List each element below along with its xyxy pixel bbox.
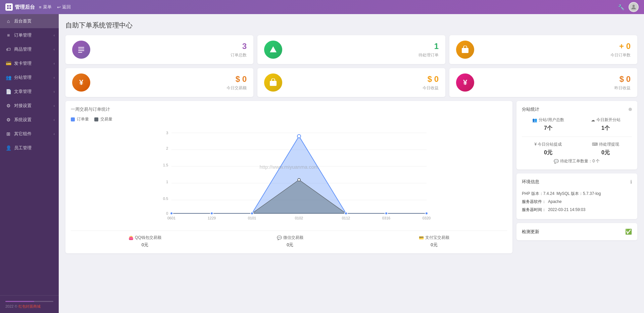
svg-text:0102: 0102 bbox=[295, 216, 303, 220]
sidebar-item-components[interactable]: ⊞ 其它组件 ‹ bbox=[0, 127, 59, 141]
orders-total-label: 订单总数 bbox=[96, 52, 247, 58]
pending-icon bbox=[264, 41, 282, 59]
sidebar-item-branch[interactable]: 👥 分站管理 ‹ bbox=[0, 70, 59, 85]
footer-link[interactable]: 红包封面商城 bbox=[18, 304, 41, 308]
env-server-row: 服务器软件： Apache bbox=[522, 198, 632, 206]
pending-value: 1 bbox=[288, 42, 439, 51]
sidebar-item-staff[interactable]: 👤 员工管理 bbox=[0, 141, 59, 155]
php-version: PHP 版本：7.4.24 bbox=[522, 190, 554, 198]
svg-text:2: 2 bbox=[166, 146, 168, 150]
logo-text: 管理后台 bbox=[15, 4, 35, 10]
back-button[interactable]: ↩ 返回 bbox=[57, 4, 71, 10]
yesterday-income-label: 昨日收益 bbox=[480, 85, 631, 91]
sidebar-item-integration[interactable]: ⚙ 对接设置 ‹ bbox=[0, 99, 59, 113]
new-branch-today: ☁ 今日新开分站 1个 bbox=[579, 117, 632, 132]
orders-total-value: 3 bbox=[96, 42, 247, 51]
staff-icon: 👤 bbox=[5, 145, 11, 151]
branch-icon: 👥 bbox=[5, 75, 11, 80]
sidebar-item-articles[interactable]: 📄 文章管理 ‹ bbox=[0, 85, 59, 99]
svg-text:1229: 1229 bbox=[208, 216, 216, 220]
stat-card-yesterday-income: ¥ $ 0 昨日收益 bbox=[449, 68, 637, 97]
orders-total-icon bbox=[72, 41, 90, 59]
env-info-card: 环境信息 ℹ PHP 版本：7.4.24 MySQL 版本：5.7.37-log… bbox=[516, 173, 637, 219]
sidebar-item-orders[interactable]: ≡ 订单管理 ‹ bbox=[0, 28, 59, 42]
env-info-title: 环境信息 bbox=[522, 179, 539, 185]
withdrawal-label: ⌨ 待处理提现 bbox=[579, 142, 632, 147]
chart-title: 一周交易与订单统计 bbox=[71, 106, 507, 112]
branch-user-value: 7个 bbox=[522, 125, 575, 132]
legend-orders: 订单量 bbox=[71, 116, 89, 122]
wechat-pay: 💬 微信交易额 0元 bbox=[277, 235, 303, 248]
stat-cards-row1: 3 订单总数 1 待处理订单 + 0 bbox=[65, 35, 637, 64]
sidebar-item-settings[interactable]: ⚙ 系统设置 ‹ bbox=[0, 113, 59, 127]
svg-point-26 bbox=[385, 212, 388, 215]
today-income-label: 今日收益 bbox=[288, 85, 439, 91]
integration-arrow: ‹ bbox=[54, 104, 55, 108]
menu-button[interactable]: ≡ 菜单 bbox=[39, 4, 52, 10]
branch-user-icon: 👥 bbox=[532, 118, 537, 122]
settings-icon[interactable]: 🔧 bbox=[618, 4, 625, 10]
alipay: 💳 支付宝交易额 0元 bbox=[419, 235, 449, 248]
sidebar-staff-label: 员工管理 bbox=[14, 145, 32, 151]
layout: ⌂ 后台首页 ≡ 订单管理 ‹ 🏷 商品管理 ‹ 💳 发卡管理 ‹ 👥 分站管理… bbox=[0, 14, 644, 313]
products-arrow: ‹ bbox=[54, 48, 55, 51]
components-icon: ⊞ bbox=[5, 131, 11, 137]
orders-icon: ≡ bbox=[5, 33, 11, 38]
info-icon: ℹ bbox=[630, 179, 632, 185]
orders-arrow: ‹ bbox=[54, 34, 55, 37]
svg-rect-5 bbox=[78, 47, 84, 48]
svg-point-24 bbox=[297, 135, 301, 138]
sidebar-item-cards[interactable]: 💳 发卡管理 ‹ bbox=[0, 56, 59, 70]
menu-icon: ≡ bbox=[39, 5, 42, 10]
legend-tx: 交易量 bbox=[94, 116, 112, 122]
update-check-title: 检测更新 bbox=[522, 229, 539, 235]
topbar-right: 🔧 bbox=[618, 2, 639, 12]
qq-icon: 👛 bbox=[129, 236, 134, 240]
qq-wallet: 👛 QQ钱包交易额 0元 bbox=[129, 235, 161, 248]
stat-cards-row2: ¥ $ 0 今日交易额 $ 0 今日收益 ¥ bbox=[65, 68, 637, 97]
sidebar-settings-label: 系统设置 bbox=[14, 117, 32, 123]
pending-withdrawal: ⌨ 待处理提现 0元 bbox=[579, 142, 632, 156]
svg-rect-11 bbox=[270, 81, 277, 86]
svg-rect-3 bbox=[9, 7, 11, 9]
settings-icon2: ⚙ bbox=[5, 117, 11, 122]
yesterday-income-icon: ¥ bbox=[456, 73, 474, 92]
home-icon: ⌂ bbox=[5, 18, 11, 24]
sidebar-articles-label: 文章管理 bbox=[14, 89, 32, 95]
update-check-icon[interactable]: ✅ bbox=[625, 228, 632, 235]
branch-status-dot bbox=[629, 108, 632, 111]
stat-info-today-tx: $ 0 今日交易额 bbox=[96, 74, 247, 91]
svg-point-27 bbox=[425, 212, 428, 215]
stat-card-orders-total: 3 订单总数 bbox=[65, 35, 253, 64]
branch-stats-header: 分站统计 bbox=[522, 106, 632, 112]
server-software-label: 服务器软件： bbox=[522, 198, 546, 206]
cloud-icon: ☁ bbox=[591, 118, 595, 122]
svg-text:0601: 0601 bbox=[167, 216, 176, 220]
svg-marker-9 bbox=[270, 46, 277, 52]
today-orders-value: + 0 bbox=[480, 42, 631, 51]
topbar-logo: 管理后台 bbox=[5, 3, 35, 11]
svg-rect-1 bbox=[9, 5, 11, 7]
env-time-row: 服务器时间： 2022-03-21 14:59:03 bbox=[522, 206, 632, 214]
svg-marker-20 bbox=[171, 180, 427, 213]
commission-label: ¥ 今日分站提成 bbox=[522, 142, 575, 147]
sidebar-item-home[interactable]: ⌂ 后台首页 bbox=[0, 14, 59, 28]
sidebar-orders-label: 订单管理 bbox=[14, 32, 32, 38]
sidebar-footer: 2022 © 红包封面商城 bbox=[0, 295, 59, 313]
chart-svg: 0601 1229 0101 0102 0112 0316 0320 0 0.5… bbox=[71, 126, 507, 227]
svg-text:0112: 0112 bbox=[342, 216, 350, 220]
sidebar-item-products[interactable]: 🏷 商品管理 ‹ bbox=[0, 42, 59, 56]
today-tx-value: $ 0 bbox=[96, 74, 247, 84]
svg-rect-6 bbox=[78, 49, 84, 49]
qq-wallet-value: 0元 bbox=[129, 242, 161, 248]
logo-icon bbox=[5, 3, 13, 11]
stat-info-today-income: $ 0 今日收益 bbox=[288, 74, 439, 91]
avatar[interactable] bbox=[629, 2, 639, 12]
back-icon: ↩ bbox=[57, 5, 61, 10]
components-arrow: ‹ bbox=[54, 132, 55, 136]
update-check-header: 检测更新 ✅ bbox=[522, 228, 632, 235]
svg-text:0101: 0101 bbox=[248, 216, 256, 220]
settings-arrow: ‹ bbox=[54, 118, 55, 122]
stat-info-pending: 1 待处理订单 bbox=[288, 42, 439, 58]
svg-text:1.5: 1.5 bbox=[163, 163, 168, 167]
